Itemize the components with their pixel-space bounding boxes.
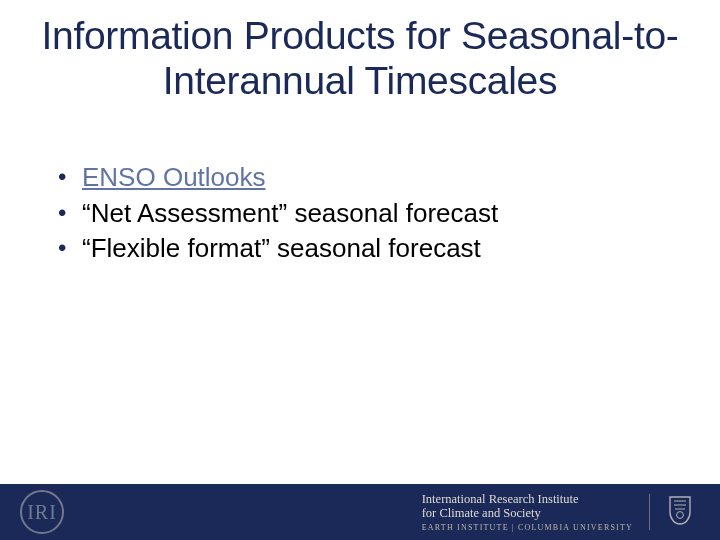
bullet-text: “Net Assessment” seasonal forecast: [82, 198, 498, 228]
iri-logo-text: IRI: [27, 501, 57, 524]
bullet-link-enso[interactable]: ENSO Outlooks: [82, 162, 266, 192]
institution-line1: International Research Institute: [422, 492, 633, 506]
institution-line2: for Climate and Society: [422, 506, 633, 520]
footer-left: IRI: [20, 490, 64, 534]
bullet-text: “Flexible format” seasonal forecast: [82, 233, 481, 263]
bullet-item: “Flexible format” seasonal forecast: [58, 231, 720, 267]
institution-line3: EARTH INSTITUTE | COLUMBIA UNIVERSITY: [422, 523, 633, 532]
footer-bar: IRI International Research Institute for…: [0, 484, 720, 540]
columbia-crest-icon: [666, 495, 694, 529]
svg-point-0: [677, 512, 684, 519]
slide: Information Products for Seasonal-to-Int…: [0, 0, 720, 540]
bullet-item: ENSO Outlooks: [58, 160, 720, 196]
bullet-list: ENSO Outlooks “Net Assessment” seasonal …: [0, 160, 720, 268]
footer-divider-icon: [649, 494, 650, 530]
iri-logo-icon: IRI: [20, 490, 64, 534]
slide-title: Information Products for Seasonal-to-Int…: [0, 0, 720, 104]
institution-text: International Research Institute for Cli…: [422, 492, 633, 533]
bullet-item: “Net Assessment” seasonal forecast: [58, 196, 720, 232]
footer-right: International Research Institute for Cli…: [422, 492, 694, 533]
